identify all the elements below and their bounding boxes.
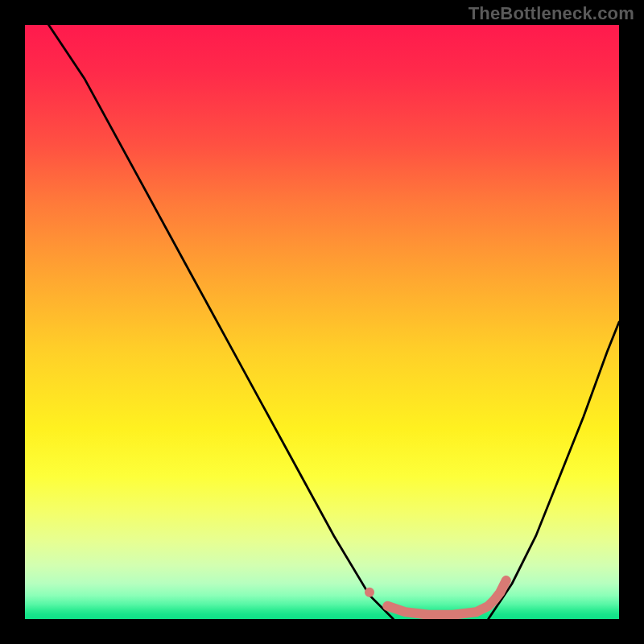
highlight-start-dot (365, 588, 374, 597)
plot-area (25, 25, 619, 619)
black-curves (49, 25, 620, 619)
curves-svg (25, 25, 619, 619)
watermark-text: TheBottleneck.com (469, 3, 634, 24)
chart-container: TheBottleneck.com (0, 0, 644, 644)
highlight-group (365, 580, 506, 615)
curve-left (49, 25, 394, 619)
curve-right (489, 322, 619, 619)
highlight-segment (387, 580, 506, 615)
